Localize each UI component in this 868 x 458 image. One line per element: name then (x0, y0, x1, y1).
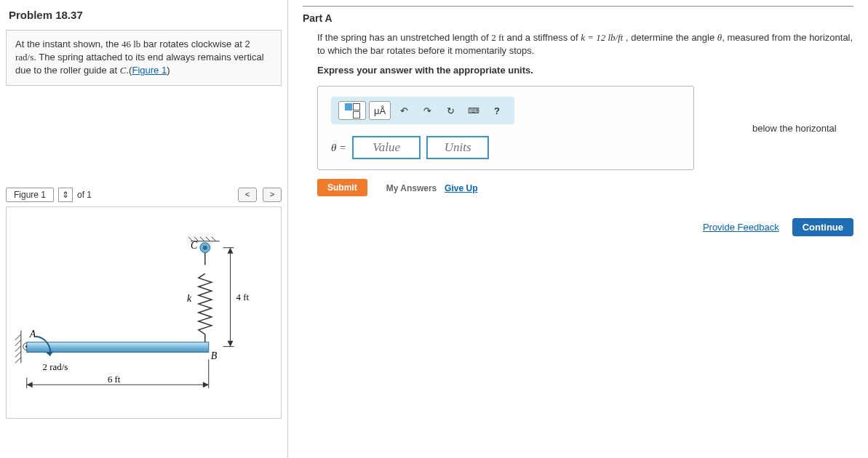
value-input[interactable] (352, 136, 421, 159)
rate-unit: rad/s (15, 52, 33, 63)
unstretched-length: 2 ft (491, 32, 504, 43)
figure-canvas: A B 2 rad/s (6, 206, 282, 419)
problem-text: ) (167, 65, 170, 76)
svg-text:B: B (211, 350, 218, 361)
svg-marker-27 (228, 340, 234, 346)
units-input[interactable] (426, 136, 489, 159)
figure-next-button[interactable]: > (263, 188, 282, 202)
figure-link[interactable]: Figure 1 (132, 65, 167, 76)
stiffness: k = 12 lb/ft (581, 32, 623, 43)
templates-button[interactable] (338, 101, 366, 120)
problem-statement: At the instant shown, the 46 lb bar rota… (6, 30, 282, 86)
svg-text:4 ft: 4 ft (236, 292, 249, 302)
give-up-link[interactable]: Give Up (445, 183, 477, 193)
figure-prev-button[interactable]: < (238, 188, 257, 202)
svg-text:C: C (191, 239, 198, 250)
svg-line-3 (15, 345, 21, 351)
svg-rect-9 (27, 342, 209, 352)
figure-tab[interactable]: Figure 1 (6, 188, 54, 202)
weight-value: 46 lb (122, 39, 140, 49)
answer-box: μÅ ↶ ↷ ↻ ⌨ ? θ = (317, 86, 694, 170)
svg-marker-26 (228, 247, 234, 253)
svg-line-4 (15, 351, 21, 357)
svg-marker-11 (46, 351, 54, 355)
svg-line-22 (206, 236, 210, 241)
text: , determine the angle (623, 32, 717, 43)
units-button[interactable]: μÅ (369, 101, 391, 120)
problem-title: Problem 18.37 (9, 9, 282, 21)
svg-line-5 (15, 357, 21, 363)
figure-count: of 1 (77, 190, 92, 200)
svg-marker-33 (203, 382, 209, 387)
below-horizontal-text: below the horizontal (752, 123, 837, 134)
svg-line-1 (15, 334, 21, 340)
part-a-title: Part A (303, 12, 853, 24)
undo-button[interactable]: ↶ (394, 102, 414, 119)
figure-selector[interactable]: ⇕ (58, 188, 73, 202)
redo-button[interactable]: ↷ (417, 102, 437, 119)
part-a-text: If the spring has an unstretched length … (317, 31, 853, 57)
keyboard-button[interactable]: ⌨ (463, 102, 484, 119)
svg-text:2 rad/s: 2 rad/s (43, 362, 68, 372)
theta-equals: θ = (331, 142, 346, 154)
text: and a stiffness of (504, 32, 581, 43)
help-button[interactable]: ? (487, 102, 507, 119)
svg-line-21 (200, 236, 204, 241)
svg-line-2 (15, 340, 21, 345)
svg-marker-32 (27, 382, 33, 387)
answer-instruction: Express your answer with the appropriate… (317, 65, 853, 76)
continue-button[interactable]: Continue (792, 218, 853, 236)
submit-button[interactable]: Submit (317, 179, 367, 196)
problem-text: bar rotates clockwise at 2 (140, 39, 250, 49)
answer-toolbar: μÅ ↶ ↷ ↻ ⌨ ? (331, 97, 514, 124)
figure-header: Figure 1 ⇕ of 1 < > (6, 188, 282, 202)
svg-line-23 (212, 236, 216, 241)
provide-feedback-link[interactable]: Provide Feedback (703, 222, 779, 233)
point-c: C (120, 65, 127, 76)
svg-text:k: k (187, 293, 192, 304)
problem-text: At the instant shown, the (15, 39, 122, 49)
text: If the spring has an unstretched length … (317, 32, 491, 43)
svg-text:A: A (29, 328, 36, 339)
reset-button[interactable]: ↻ (440, 102, 461, 119)
svg-point-17 (203, 245, 207, 249)
my-answers-label: My Answers (386, 183, 437, 193)
svg-text:6 ft: 6 ft (108, 374, 121, 385)
